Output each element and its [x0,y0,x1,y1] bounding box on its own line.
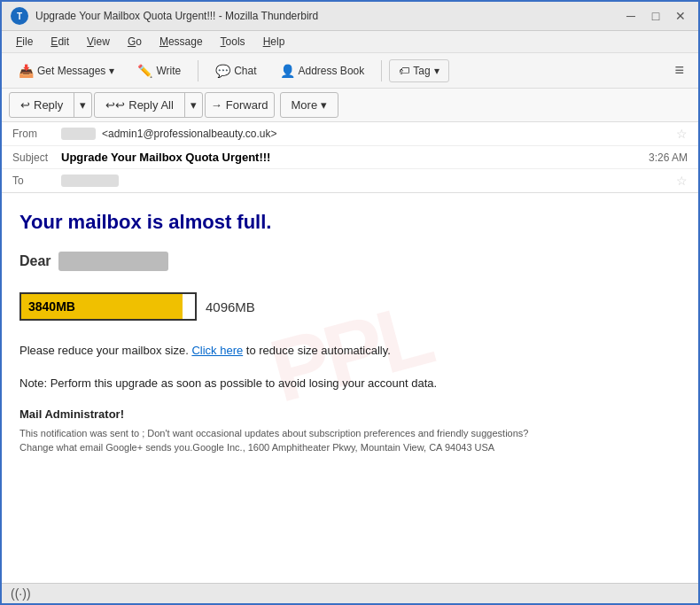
footer-line1: This notification was sent to ; Don't wa… [19,426,681,441]
dear-line: Dear [19,252,681,271]
star-icon[interactable]: ☆ [676,127,688,141]
forward-icon: → [211,98,222,112]
quota-bar-fill: 3840MB [21,294,183,319]
sender-name-redacted [61,128,96,140]
menu-help[interactable]: Help [256,33,292,50]
dear-text: Dear [19,253,51,269]
subject-field: Subject Upgrade Your Mailbox Quota Urgen… [2,146,698,169]
email-body: PPL Your mailbox is almost full. Dear 38… [2,193,698,512]
to-label: To [12,175,61,187]
main-heading: Your mailbox is almost full. [19,211,681,234]
para1: Please reduce your mailbox size. Click h… [19,342,681,361]
forward-label: Forward [226,98,268,112]
get-messages-button[interactable]: 📥 Get Messages ▾ [9,58,124,83]
more-button[interactable]: More ▾ [280,92,339,118]
reply-group: ↩ Reply ▾ [9,92,92,118]
menu-go[interactable]: Go [121,33,149,50]
get-messages-label: Get Messages [37,65,105,77]
to-name-redacted [61,175,119,187]
tag-dropdown-icon: ▾ [434,65,439,77]
menu-tools[interactable]: Tools [214,33,253,50]
reply-all-dropdown-button[interactable]: ▾ [185,93,202,117]
close-button[interactable]: ✕ [672,7,689,25]
from-label: From [12,128,61,140]
reply-label: Reply [34,98,63,112]
reply-button[interactable]: ↩ Reply [10,93,74,117]
menubar: File Edit View Go Message Tools Help [2,31,698,53]
window-controls: ─ □ ✕ [622,7,689,25]
footer-line2: Change what email Google+ sends you.Goog… [19,440,681,455]
menu-edit[interactable]: Edit [43,33,76,50]
from-value: <admin1@professionalbeauty.co.uk> [61,128,671,140]
quota-used-text: 3840MB [28,299,75,314]
email-content: Your mailbox is almost full. Dear 3840MB… [19,211,681,455]
reply-all-button[interactable]: ↩↩ Reply All [95,93,185,117]
more-label: More [292,98,318,112]
from-field: From <admin1@professionalbeauty.co.uk> ☆ [2,122,698,146]
chat-icon: 💬 [215,64,230,78]
toolbar-divider [198,60,198,81]
tag-icon: 🏷 [399,65,409,77]
to-value [61,175,671,187]
titlebar: T Upgrade Your Mailbox Quota Urgent!!! -… [2,2,698,31]
reply-all-label: Reply All [128,98,174,112]
statusbar: ((·)) [2,583,698,603]
get-messages-dropdown-icon[interactable]: ▾ [109,65,114,77]
address-book-label: Address Book [299,65,365,77]
menu-view[interactable]: View [80,33,117,50]
subject-label: Subject [12,151,61,164]
address-book-button[interactable]: 👤 Address Book [270,58,375,83]
forward-group: → Forward [205,92,275,118]
minimize-button[interactable]: ─ [622,7,640,25]
reply-icon: ↩ [20,98,30,112]
reply-all-group: ↩↩ Reply All ▾ [94,92,203,118]
dear-name-redacted [58,252,168,271]
reply-all-icon: ↩↩ [105,98,125,112]
write-label: Write [156,65,181,77]
tag-label: Tag [413,65,430,77]
maximize-button[interactable]: □ [647,7,665,25]
more-dropdown-icon: ▾ [321,98,327,112]
quota-bar-container: 3840MB 4096MB [19,292,681,321]
admin-label: Mail Administrator! [19,407,681,421]
get-messages-icon: 📥 [19,64,34,78]
menu-file[interactable]: File [9,33,40,50]
forward-button[interactable]: → Forward [206,93,274,117]
main-toolbar: 📥 Get Messages ▾ ✏️ Write 💬 Chat 👤 Addre… [2,53,698,89]
quota-bar-outer: 3840MB [19,292,197,321]
subject-value: Upgrade Your Mailbox Quota Urgent!!! [61,151,649,164]
signal-icon: ((·)) [11,586,31,601]
click-here-link[interactable]: Click here [191,344,243,357]
email-time: 3:26 AM [649,151,688,164]
write-icon: ✏️ [137,64,152,78]
tag-button[interactable]: 🏷 Tag ▾ [389,59,448,82]
write-button[interactable]: ✏️ Write [128,58,191,83]
note-text: Note: Perform this upgrade as soon as po… [19,375,681,393]
quota-total-text: 4096MB [206,299,255,314]
to-star-icon[interactable]: ☆ [676,174,688,188]
logo-text: T [17,12,22,21]
thunderbird-logo: T [11,7,28,25]
address-book-icon: 👤 [280,64,295,78]
to-field: To ☆ [2,169,698,192]
toolbar-divider-2 [381,60,382,81]
window-title: Upgrade Your Mailbox Quota Urgent!!! - M… [35,10,318,22]
para1-suffix: to reduce size automatically. [246,344,391,357]
from-address: <admin1@professionalbeauty.co.uk> [102,128,276,140]
action-toolbar: ↩ Reply ▾ ↩↩ Reply All ▾ → Forward More … [2,89,698,122]
chat-button[interactable]: 💬 Chat [206,58,266,83]
menu-message[interactable]: Message [152,33,210,50]
email-header: From <admin1@professionalbeauty.co.uk> ☆… [2,122,698,193]
chat-label: Chat [234,65,256,77]
para1-prefix: Please reduce your mailbox size. [19,344,189,357]
reply-dropdown-button[interactable]: ▾ [74,93,91,117]
titlebar-left: T Upgrade Your Mailbox Quota Urgent!!! -… [11,7,318,25]
toolbar-menu-button[interactable]: ≡ [667,57,691,84]
